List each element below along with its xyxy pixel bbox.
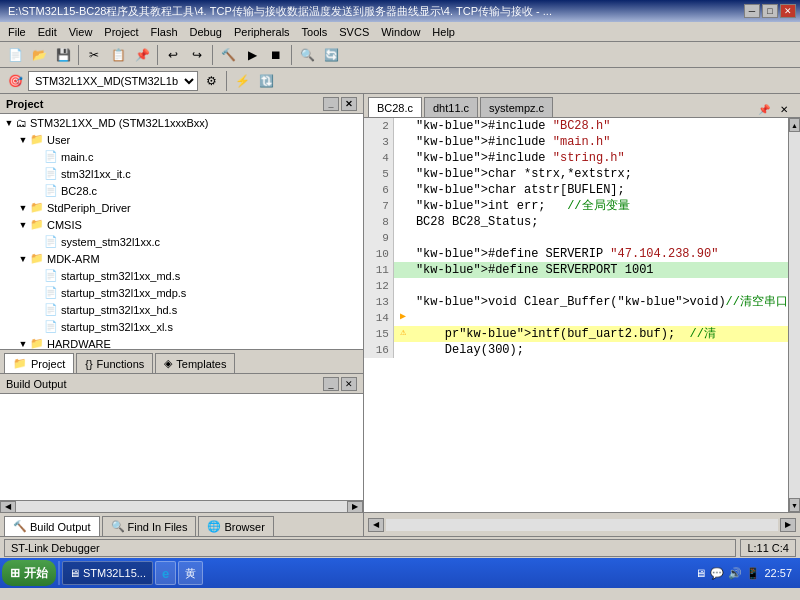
tree-item[interactable]: 📄startup_stm32l1xx_xl.s [0,318,363,335]
taskbar-ie-btn[interactable]: e [155,561,176,585]
cut-btn[interactable]: ✂ [83,44,105,66]
menu-item-window[interactable]: Window [375,24,426,40]
editor-pin-btn[interactable]: 📌 [756,101,772,117]
build-tabs: 🔨Build Output🔍Find In Files🌐Browser [0,512,363,536]
build-tab-label: Build Output [30,521,91,533]
editor-scrollbar-v[interactable]: ▲ ▼ [788,118,800,512]
line-number: 4 [364,150,394,166]
redo-btn[interactable]: ↪ [186,44,208,66]
proj-tab-project[interactable]: 📁Project [4,353,74,373]
file-icon: 📄 [44,320,58,333]
menu-item-tools[interactable]: Tools [296,24,334,40]
code-line: 4 "kw-blue">#include "string.h" [364,150,788,166]
editor-tab-label: BC28.c [377,102,413,114]
menu-item-debug[interactable]: Debug [184,24,228,40]
scroll-up-btn[interactable]: ▲ [789,118,800,132]
line-number: 11 [364,262,394,278]
scroll-left-btn[interactable]: ◀ [0,501,16,513]
close-button[interactable]: ✕ [780,4,796,18]
editor-close-btn[interactable]: ✕ [776,101,792,117]
project-minimize-btn[interactable]: _ [323,97,339,111]
editor-tab-dht11c[interactable]: dht11.c [424,97,478,117]
proj-tab-icon: 📁 [13,357,27,370]
scroll-right-btn[interactable]: ▶ [347,501,363,513]
tree-item[interactable]: ▼📁MDK-ARM [0,250,363,267]
tree-item[interactable]: ▼📁User [0,131,363,148]
paste-btn[interactable]: 📌 [131,44,153,66]
undo-btn[interactable]: ↩ [162,44,184,66]
replace-btn[interactable]: 🔄 [320,44,342,66]
title-bar: E:\STM32L15-BC28程序及其教程工具\4. TCP传输与接收数据温度… [0,0,800,22]
editor-tab-BC28c[interactable]: BC28.c [368,97,422,117]
stop-btn[interactable]: ⏹ [265,44,287,66]
tree-item[interactable]: 📄stm32l1xx_it.c [0,165,363,182]
line-number: 14 [364,310,394,326]
flash-btn[interactable]: ⚡ [231,70,253,92]
tree-item[interactable]: ▼📁CMSIS [0,216,363,233]
taskbar-yellow-btn[interactable]: 黄 [178,561,203,585]
proj-tab-templates[interactable]: ◈Templates [155,353,235,373]
build-tab-find-in-files[interactable]: 🔍Find In Files [102,516,197,536]
build-close-btn[interactable]: ✕ [341,377,357,391]
copy-btn[interactable]: 📋 [107,44,129,66]
line-number: 13 [364,294,394,310]
new-file-btn[interactable]: 📄 [4,44,26,66]
maximize-button[interactable]: □ [762,4,778,18]
line-number: 2 [364,118,394,134]
tree-item[interactable]: 📄BC28.c [0,182,363,199]
menu-item-file[interactable]: File [2,24,32,40]
expand-icon: ▼ [18,339,28,349]
nav-right-btn[interactable]: ▶ [780,518,796,532]
build-btn[interactable]: 🔨 [217,44,239,66]
app-icon: 🖥 [69,567,80,579]
project-tabs: 📁Project{}Functions◈Templates [0,349,363,373]
build-tab-browser[interactable]: 🌐Browser [198,516,273,536]
line-content: "kw-blue">#define SERVERIP "47.104.238.9… [416,246,788,262]
menu-item-edit[interactable]: Edit [32,24,63,40]
menu-item-peripherals[interactable]: Peripherals [228,24,296,40]
nav-left-btn[interactable]: ◀ [368,518,384,532]
settings-btn[interactable]: ⚙ [200,70,222,92]
start-button[interactable]: ⊞ 开始 [2,560,56,586]
tree-item[interactable]: 📄startup_stm32l1xx_md.s [0,267,363,284]
file-icon: 📄 [44,303,58,316]
line-content: pr"kw-blue">intf(buf_uart2.buf); //清 [416,326,788,342]
warning-icon: ⚠ [400,326,406,338]
tree-item[interactable]: ▼🗂STM32L1XX_MD (STM32L1xxxBxx) [0,114,363,131]
code-area[interactable]: 2 "kw-blue">#include "BC28.h" 3 "kw-blue… [364,118,788,512]
menu-item-svcs[interactable]: SVCS [333,24,375,40]
find-btn[interactable]: 🔍 [296,44,318,66]
tree-item[interactable]: 📄startup_stm32l1xx_hd.s [0,301,363,318]
menu-item-help[interactable]: Help [426,24,461,40]
title-text: E:\STM32L15-BC28程序及其教程工具\4. TCP传输与接收数据温度… [4,4,552,19]
tree-item[interactable]: 📄main.c [0,148,363,165]
tree-item[interactable]: 📄startup_stm32l1xx_mdp.s [0,284,363,301]
menu-item-view[interactable]: View [63,24,99,40]
start-label: 开始 [24,565,48,582]
editor-tab-systempzc[interactable]: systempz.c [480,97,553,117]
build-minimize-btn[interactable]: _ [323,377,339,391]
open-btn[interactable]: 📂 [28,44,50,66]
tree-item[interactable]: ▼📁StdPeriph_Driver [0,199,363,216]
right-panel: BC28.cdht11.csystempz.c📌✕ 2 "kw-blue">#i… [364,94,800,536]
build-tab-build-output[interactable]: 🔨Build Output [4,516,100,536]
save-btn[interactable]: 💾 [52,44,74,66]
status-position: L:11 C:4 [740,539,796,557]
menu-item-flash[interactable]: Flash [145,24,184,40]
target-icon: 🎯 [4,70,26,92]
code-line: 3 "kw-blue">#include "main.h" [364,134,788,150]
reset-btn[interactable]: 🔃 [255,70,277,92]
project-close-btn[interactable]: ✕ [341,97,357,111]
taskbar-app-btn[interactable]: 🖥 STM32L15... [62,561,153,585]
file-icon: 📄 [44,286,58,299]
tree-item[interactable]: 📄system_stm32l1xx.c [0,233,363,250]
minimize-button[interactable]: ─ [744,4,760,18]
proj-tab-functions[interactable]: {}Functions [76,353,153,373]
menu-item-project[interactable]: Project [98,24,144,40]
folder-icon: 📁 [30,252,44,265]
editor-tab-label: dht11.c [433,102,469,114]
debug-btn[interactable]: ▶ [241,44,263,66]
tree-item[interactable]: ▼📁HARDWARE [0,335,363,349]
scroll-down-btn[interactable]: ▼ [789,498,800,512]
target-select[interactable]: STM32L1XX_MD(STM32L1b [28,71,198,91]
